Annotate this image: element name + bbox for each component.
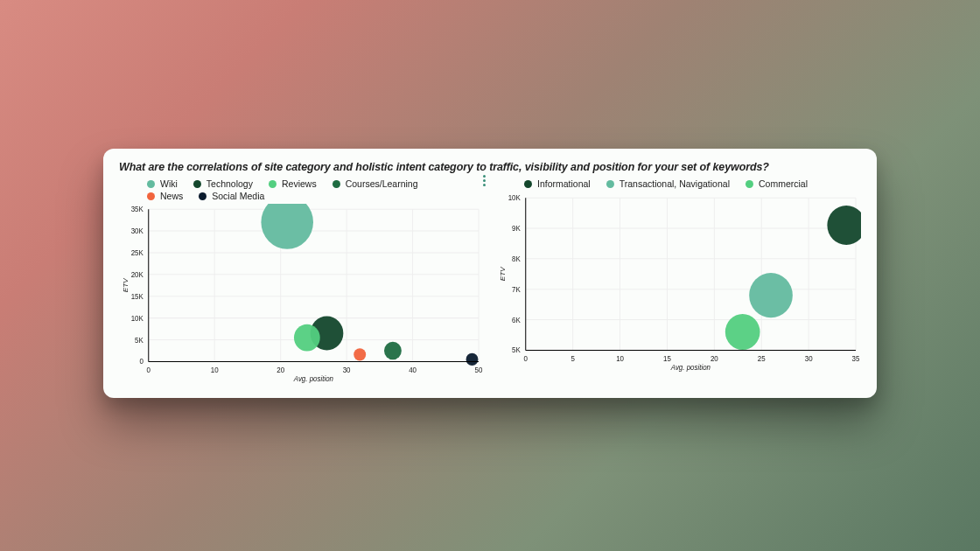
chart-right: InformationalTransactional, Navigational… xyxy=(496,178,861,384)
svg-text:7K: 7K xyxy=(512,285,521,293)
svg-text:30: 30 xyxy=(343,366,351,374)
legend-swatch xyxy=(199,192,206,200)
legend-label: Technology xyxy=(206,178,253,191)
svg-text:25: 25 xyxy=(758,354,766,362)
plot-left: 0102030405005K10K15K20K25K30K35KAvg. pos… xyxy=(119,204,484,383)
svg-text:Avg. position: Avg. position xyxy=(293,375,334,383)
legend-swatch xyxy=(269,180,276,188)
legend-label: Commercial xyxy=(759,178,808,191)
svg-text:15: 15 xyxy=(663,354,671,362)
svg-text:15K: 15K xyxy=(131,293,144,301)
legend-item[interactable]: Technology xyxy=(193,178,253,191)
svg-text:5K: 5K xyxy=(135,337,144,345)
legend-item[interactable]: Transactional, Navigational xyxy=(606,178,730,191)
svg-text:35K: 35K xyxy=(131,206,144,213)
bubble-commercial[interactable] xyxy=(725,314,760,350)
legend-label: Courses/Learning xyxy=(346,178,418,191)
legend-item[interactable]: Reviews xyxy=(269,178,317,191)
legend-item[interactable]: Wiki xyxy=(147,178,178,191)
legend-swatch xyxy=(193,180,201,188)
legend-swatch xyxy=(524,180,532,188)
svg-text:20: 20 xyxy=(710,354,718,362)
legend-label: Reviews xyxy=(282,178,317,191)
bubble-courses-learning[interactable] xyxy=(384,342,402,360)
bubble-social-media[interactable] xyxy=(466,353,479,366)
bubble-informational[interactable] xyxy=(827,206,861,245)
svg-text:5K: 5K xyxy=(512,346,521,354)
svg-text:30: 30 xyxy=(805,354,813,362)
legend-item[interactable]: Informational xyxy=(524,178,591,191)
legend-right: InformationalTransactional, Navigational… xyxy=(496,178,861,191)
svg-text:20: 20 xyxy=(276,366,284,374)
legend-item[interactable]: Commercial xyxy=(746,178,808,191)
legend-swatch xyxy=(746,180,753,188)
legend-label: Informational xyxy=(537,178,591,191)
legend-swatch xyxy=(147,180,155,188)
svg-text:6K: 6K xyxy=(512,316,521,324)
svg-text:20K: 20K xyxy=(131,271,144,279)
charts-row: WikiTechnologyReviewsCourses/LearningNew… xyxy=(119,178,861,384)
svg-text:ETV: ETV xyxy=(122,278,130,293)
legend-swatch xyxy=(147,192,155,200)
more-vert-icon[interactable] xyxy=(480,171,489,190)
svg-text:10: 10 xyxy=(211,366,219,374)
bubble-transactional-navigational[interactable] xyxy=(749,273,793,317)
legend-left: WikiTechnologyReviewsCourses/LearningNew… xyxy=(119,178,484,202)
bubble-news[interactable] xyxy=(354,349,366,361)
legend-label: Social Media xyxy=(212,191,264,203)
svg-text:10K: 10K xyxy=(131,315,144,323)
plot-right: 051015202530355K6K7K8K9K10KAvg. position… xyxy=(496,192,861,372)
grid xyxy=(526,198,856,350)
svg-text:50: 50 xyxy=(475,366,483,374)
legend-item[interactable]: News xyxy=(147,191,183,203)
legend-label: Wiki xyxy=(160,178,178,191)
svg-text:10: 10 xyxy=(616,354,624,362)
card-title: What are the correlations of site catego… xyxy=(119,161,861,173)
svg-text:40: 40 xyxy=(409,366,416,374)
svg-text:Avg. position: Avg. position xyxy=(670,363,711,371)
svg-text:8K: 8K xyxy=(512,255,521,262)
svg-text:5: 5 xyxy=(570,354,575,362)
legend-swatch xyxy=(606,180,614,188)
bubble-reviews[interactable] xyxy=(294,324,320,352)
chart-left: WikiTechnologyReviewsCourses/LearningNew… xyxy=(119,178,484,384)
svg-text:35: 35 xyxy=(852,354,860,362)
svg-text:9K: 9K xyxy=(512,225,521,233)
svg-text:25K: 25K xyxy=(131,249,144,257)
legend-item[interactable]: Social Media xyxy=(199,191,264,203)
svg-text:10K: 10K xyxy=(508,194,522,202)
svg-text:30K: 30K xyxy=(131,227,144,235)
bubble-chart-right[interactable]: 051015202530355K6K7K8K9K10KAvg. position… xyxy=(496,192,861,372)
svg-text:0: 0 xyxy=(524,354,528,362)
legend-label: Transactional, Navigational xyxy=(620,178,730,191)
legend-swatch xyxy=(332,180,340,188)
svg-text:0: 0 xyxy=(139,359,144,366)
legend-label: News xyxy=(160,191,183,203)
svg-text:ETV: ETV xyxy=(499,266,507,281)
chart-card: What are the correlations of site catego… xyxy=(103,149,877,398)
axes: 051015202530355K6K7K8K9K10KAvg. position… xyxy=(499,194,860,372)
bubble-wiki[interactable] xyxy=(261,204,313,249)
legend-item[interactable]: Courses/Learning xyxy=(332,178,418,191)
svg-text:0: 0 xyxy=(147,366,151,374)
bubble-chart-left[interactable]: 0102030405005K10K15K20K25K30K35KAvg. pos… xyxy=(119,204,484,383)
